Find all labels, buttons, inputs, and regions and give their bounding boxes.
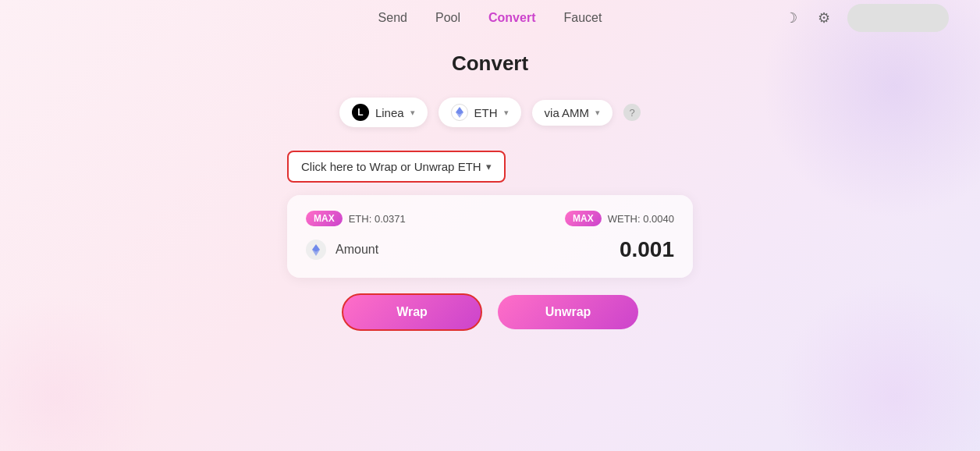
action-row: Wrap Unwrap	[287, 293, 693, 331]
navigation: Send Pool Convert Faucet ☽ ⚙	[0, 0, 980, 36]
linea-letter: L	[357, 107, 363, 118]
card-top-row: MAX ETH: 0.0371 MAX WETH: 0.0040	[306, 211, 674, 226]
token-chevron-icon: ▾	[504, 108, 509, 118]
network-label: Linea	[375, 106, 404, 119]
wrap-toggle-arrow-icon: ▾	[486, 161, 492, 172]
wrap-button[interactable]: Wrap	[342, 293, 482, 331]
connect-wallet-button[interactable]	[847, 4, 949, 32]
page-title: Convert	[452, 51, 528, 76]
route-label: via AMM	[545, 106, 590, 119]
card-amount-row: Amount 0.001	[306, 237, 674, 262]
nav-links: Send Pool Convert Faucet	[378, 11, 602, 25]
filter-row: L Linea ▾ ETH ▾ via AMM ▾ ?	[339, 98, 641, 127]
nav-right: ☽ ⚙	[782, 4, 949, 32]
weth-balance-section: MAX WETH: 0.0040	[565, 211, 674, 226]
moon-icon: ☽	[785, 10, 797, 26]
unwrap-button[interactable]: Unwrap	[498, 295, 638, 329]
eth-amount-icon	[306, 240, 326, 260]
eth-balance-text: ETH: 0.0371	[349, 213, 406, 225]
wrap-section: Click here to Wrap or Unwrap ETH ▾ MAX E…	[287, 151, 693, 331]
wrap-card: MAX ETH: 0.0371 MAX WETH: 0.0040 Amount …	[287, 195, 693, 278]
weth-balance-text: WETH: 0.0040	[608, 213, 674, 225]
route-chevron-icon: ▾	[595, 108, 600, 118]
nav-send[interactable]: Send	[378, 11, 407, 25]
weth-max-button[interactable]: MAX	[565, 211, 602, 226]
wrap-unwrap-toggle-button[interactable]: Click here to Wrap or Unwrap ETH ▾	[287, 151, 506, 183]
nav-convert[interactable]: Convert	[488, 11, 535, 25]
network-filter[interactable]: L Linea ▾	[339, 98, 428, 127]
gear-icon: ⚙	[818, 10, 830, 26]
amount-value: 0.001	[620, 237, 674, 262]
dark-mode-button[interactable]: ☽	[782, 6, 801, 30]
token-filter[interactable]: ETH ▾	[439, 98, 521, 127]
wrap-toggle-label: Click here to Wrap or Unwrap ETH	[301, 160, 481, 173]
help-icon[interactable]: ?	[623, 104, 641, 121]
route-filter[interactable]: via AMM ▾	[532, 100, 613, 126]
amount-label: Amount	[336, 243, 610, 257]
main-content: Convert L Linea ▾ ETH ▾ via AMM ▾ ?	[0, 36, 980, 331]
token-label: ETH	[474, 106, 498, 119]
eth-balance-section: MAX ETH: 0.0371	[306, 211, 406, 226]
network-chevron-icon: ▾	[410, 108, 415, 118]
nav-pool[interactable]: Pool	[435, 11, 460, 25]
settings-button[interactable]: ⚙	[815, 6, 833, 30]
eth-max-button[interactable]: MAX	[306, 211, 343, 226]
eth-icon	[451, 104, 468, 121]
nav-faucet[interactable]: Faucet	[563, 11, 602, 25]
linea-icon: L	[352, 104, 369, 121]
